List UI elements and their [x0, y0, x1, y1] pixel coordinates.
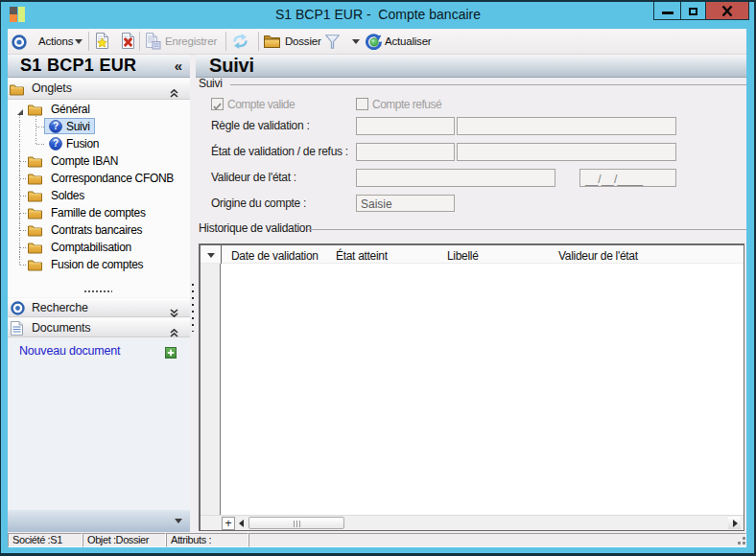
svg-text:?: ?: [53, 121, 59, 131]
svg-text:?: ?: [53, 138, 59, 149]
